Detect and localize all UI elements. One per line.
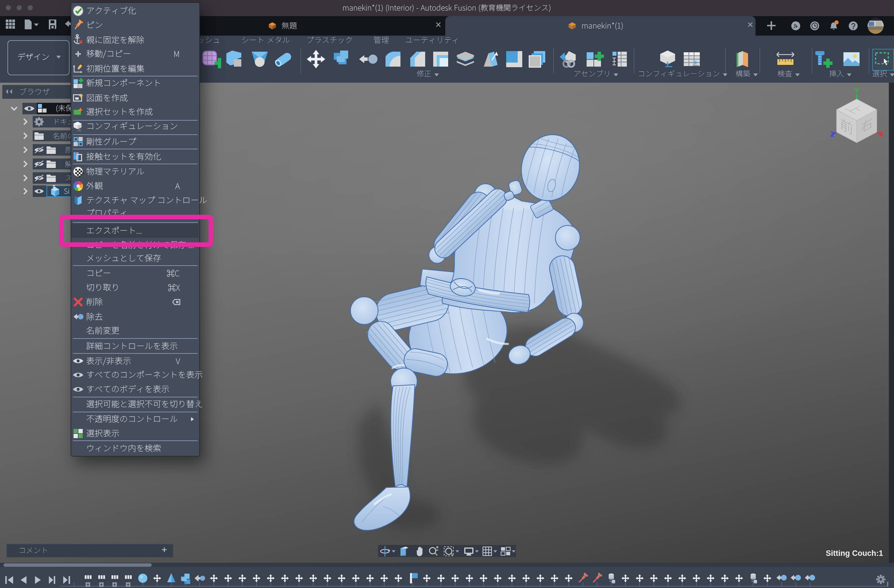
svg-text:X: X: [879, 131, 883, 138]
svg-text:Y: Y: [855, 87, 859, 95]
svg-text:Z: Z: [830, 131, 834, 138]
